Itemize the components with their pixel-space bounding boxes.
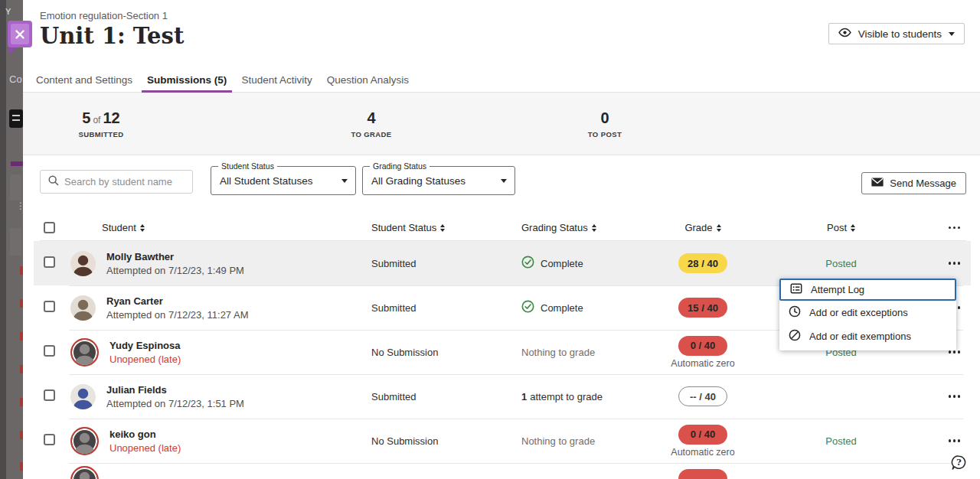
row-checkbox[interactable]: [44, 389, 55, 401]
post-status: Posted: [746, 258, 936, 269]
page-title: Unit 1: Test: [40, 23, 184, 49]
avatar: [70, 251, 96, 276]
row-options-button[interactable]: [947, 257, 962, 269]
avatar-placeholder: [70, 338, 99, 367]
row-checkbox[interactable]: [44, 301, 55, 312]
grading-status-select[interactable]: Grading Status All Grading Statuses: [362, 166, 515, 195]
background-cell-fragment: [10, 174, 21, 200]
close-panel-button[interactable]: [8, 21, 32, 47]
attempt-info: Unopened (late): [109, 354, 181, 365]
assessment-panel: Emotion regulation-Section 1 Unit 1: Tes…: [23, 0, 980, 479]
post-status: Posted: [746, 435, 936, 447]
background-accent-mark: [11, 161, 23, 166]
grade-pill[interactable]: 0 / 40: [678, 336, 727, 356]
grading-status: Complete: [541, 302, 583, 314]
grade-pill[interactable]: 15 / 40: [678, 298, 727, 318]
automatic-zero-note: Automatic zero: [671, 358, 734, 369]
chevron-down-icon: [501, 179, 507, 183]
grade-pill[interactable]: 28 / 40: [678, 253, 727, 273]
clock-icon: [789, 305, 801, 320]
grade-pill[interactable]: -- / 40: [678, 386, 727, 406]
envelope-icon: [871, 178, 884, 189]
menu-item-label: Attempt Log: [811, 284, 864, 295]
column-header-post[interactable]: Post: [746, 222, 936, 233]
row-checkbox[interactable]: [44, 345, 55, 357]
prohibit-icon: [789, 329, 801, 344]
to-post-label: TO POST: [588, 130, 622, 138]
student-status: No Submission: [371, 347, 521, 358]
help-button[interactable]: ?: [950, 454, 968, 474]
chevron-down-icon: [949, 32, 955, 36]
send-message-button[interactable]: Send Message: [861, 172, 966, 194]
tab-bar: Content and Settings Submissions (5) Stu…: [23, 69, 980, 93]
grading-status: Complete: [541, 258, 583, 269]
row-options-button[interactable]: [947, 435, 962, 447]
filter-row: Student Status All Student Statuses Grad…: [23, 155, 980, 206]
grading-status-select-label: Grading Status: [370, 161, 430, 171]
help-icon: ?: [950, 462, 968, 474]
attempt-log-icon: [790, 282, 802, 297]
attempt-info: Attempted on 7/12/23, 11:27 AM: [106, 309, 249, 321]
tab-content-and-settings[interactable]: Content and Settings: [31, 69, 138, 92]
student-name: Ryan Carter: [106, 295, 249, 307]
menu-item-add-exceptions[interactable]: Add or edit exceptions: [779, 301, 956, 324]
stat-submitted: 5of12 SUBMITTED: [78, 109, 123, 138]
sort-icon: [717, 224, 721, 232]
background-cell-fragment: [10, 228, 21, 256]
submitted-count: 5: [82, 109, 90, 126]
stat-to-post: 0 TO POST: [588, 109, 622, 138]
svg-text:?: ?: [956, 458, 961, 468]
stats-band: 5of12 SUBMITTED 4 TO GRADE 0 TO POST: [23, 93, 980, 155]
student-status-select[interactable]: Student Status All Student Statuses: [211, 166, 356, 195]
table-row[interactable]: keiko gon Unopened (late) No Submission …: [34, 419, 971, 463]
student-name: keiko gon: [109, 428, 181, 440]
column-header-grade[interactable]: Grade: [659, 222, 746, 233]
row-checkbox[interactable]: [44, 256, 55, 268]
search-icon: [47, 174, 59, 189]
attempts-count: 1: [521, 391, 527, 402]
row-context-menu: Attempt Log Add or edit exceptions Add o…: [779, 279, 956, 350]
avatar-placeholder: [70, 466, 99, 479]
sort-icon: [851, 224, 855, 232]
grading-status-select-value: All Grading Statuses: [371, 175, 466, 187]
student-status: No Submission: [371, 435, 521, 447]
menu-item-label: Add or edit exemptions: [809, 331, 911, 342]
submitted-total: 12: [103, 109, 119, 126]
student-status-select-value: All Student Statuses: [220, 175, 313, 187]
attempt-info: Attempted on 7/12/23, 1:49 PM: [106, 265, 244, 276]
table-row[interactable]: Julian Fields Attempted on 7/12/23, 1:51…: [34, 374, 971, 419]
row-options-button[interactable]: [947, 390, 962, 402]
menu-item-add-exemptions[interactable]: Add or edit exemptions: [779, 324, 956, 348]
submitted-label: SUBMITTED: [78, 130, 123, 138]
grading-status: Nothing to grade: [521, 347, 595, 358]
table-row[interactable]: [34, 463, 971, 476]
grade-pill[interactable]: 0 / 40: [678, 425, 727, 445]
avatar: [70, 295, 96, 321]
menu-item-attempt-log[interactable]: Attempt Log: [779, 279, 956, 301]
breadcrumb[interactable]: Emotion regulation-Section 1: [40, 10, 168, 21]
tab-question-analysis[interactable]: Question Analysis: [322, 69, 414, 92]
background-page-edge: Y Co ⋮: [0, 0, 23, 479]
eye-icon: [838, 28, 851, 40]
column-header-grading-status[interactable]: Grading Status: [521, 222, 659, 233]
column-header-student-status[interactable]: Student Status: [371, 222, 521, 233]
sort-icon: [440, 224, 445, 232]
student-status: Submitted: [371, 258, 521, 269]
sort-icon: [592, 224, 596, 232]
complete-check-icon: [521, 256, 534, 271]
student-search[interactable]: [40, 170, 193, 194]
tab-submissions[interactable]: Submissions (5): [142, 69, 232, 92]
row-checkbox[interactable]: [44, 434, 55, 445]
to-grade-count: 4: [351, 109, 391, 127]
select-all-checkbox[interactable]: [44, 222, 55, 233]
background-gradebook-icon: [9, 109, 23, 128]
student-status: Submitted: [371, 391, 521, 402]
student-status: Submitted: [371, 302, 521, 314]
column-header-student[interactable]: Student: [70, 222, 371, 233]
grade-pill[interactable]: [678, 469, 727, 479]
search-input[interactable]: [64, 176, 185, 187]
table-options-button[interactable]: [947, 222, 962, 234]
submitted-of: of: [90, 115, 103, 125]
tab-student-activity[interactable]: Student Activity: [236, 69, 317, 92]
visibility-dropdown-button[interactable]: Visible to students: [828, 23, 965, 44]
